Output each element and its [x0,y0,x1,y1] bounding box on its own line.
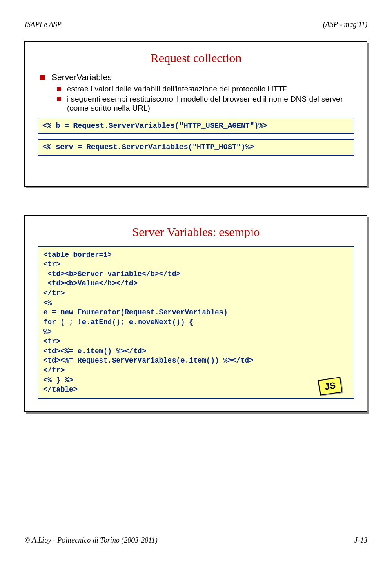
slide-server-variables-example: Server Variables: esempio <table border=… [24,215,368,412]
bullet-estrae: estrae i valori delle variabili dell'int… [57,85,356,94]
code-example-text: <table border=1> <tr> <td><b>Server vari… [43,250,349,395]
bullet-servervariables: ServerVariables [40,72,356,82]
page-header: ISAPI e ASP (ASP - mag'11) [24,20,368,29]
bullet-text: ServerVariables [51,72,112,82]
code-user-agent: <% b = Request.ServerVariables("HTTP_USE… [38,118,354,134]
bullet-square-icon [57,97,61,101]
bullet-square-icon [57,87,61,91]
page: ISAPI e ASP (ASP - mag'11) Request colle… [0,0,392,561]
bullet-text: i seguenti esempi restituiscono il model… [67,95,356,113]
slide2-title: Server Variables: esempio [36,225,356,239]
slide1-title: Request collection [36,51,356,65]
header-left: ISAPI e ASP [24,20,62,29]
slide-request-collection: Request collection ServerVariables estra… [24,41,368,187]
footer-right: J-13 [354,536,368,545]
js-badge: JS [318,377,343,396]
spacer [36,160,356,177]
header-right: (ASP - mag'11) [323,20,368,29]
code-example-block: <table border=1> <tr> <td><b>Server vari… [38,246,354,399]
footer-left: © A.Lioy - Politecnico di Torino (2003-2… [24,536,158,545]
bullet-text: estrae i valori delle variabili dell'int… [67,85,288,94]
bullet-square-icon [40,75,45,80]
page-footer: © A.Lioy - Politecnico di Torino (2003-2… [24,536,368,545]
code-http-host: <% serv = Request.ServerVariables("HTTP_… [38,139,354,155]
bullet-seguenti: i seguenti esempi restituiscono il model… [57,95,356,113]
